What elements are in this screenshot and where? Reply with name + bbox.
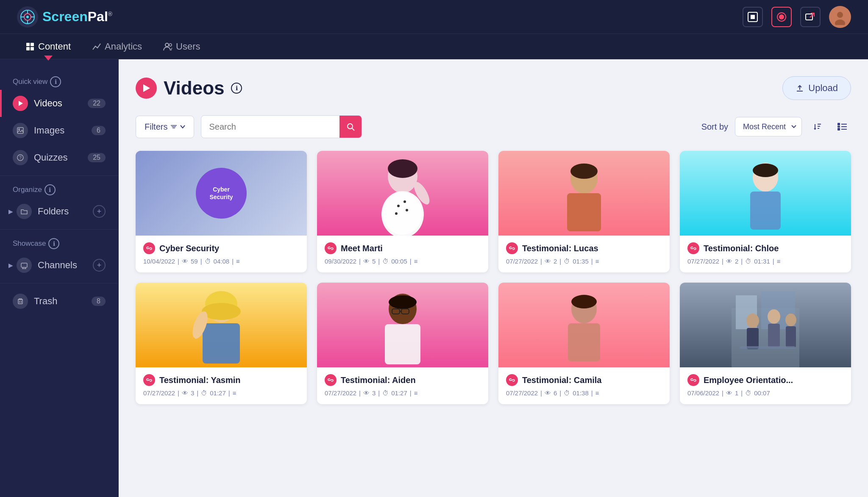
sidebar-channels-label: Channels [38,260,77,271]
sidebar-divider-1 [0,175,118,176]
sidebar-divider-3 [0,283,118,283]
video-meta-chloe: 07/27/2022 | 👁 2 | ⏱ 01:31 | ≡ [687,258,843,265]
svg-point-86 [746,314,759,328]
video-info-cyber-security: Cyber Security 10/04/2022 | 👁 59 | ⏱ 04:… [136,236,307,272]
video-duration-camila: 01:38 [573,389,589,397]
video-card-meet-marti[interactable]: Meet Marti 09/30/2022 | 👁 5 | ⏱ 00:05 | … [317,151,488,272]
secondary-navigation: Content Analytics Users [0,34,868,59]
views-icon-orientation: 👁 [726,389,732,397]
video-title-meet-marti: Meet Marti [341,244,383,253]
page-title-info-icon[interactable]: ℹ [231,83,242,94]
channels-chevron-icon: ▶ [8,262,13,269]
nav-analytics[interactable]: Analytics [83,38,150,56]
video-title-row-marti: Meet Marti [325,242,481,254]
video-link-icon-chloe [687,242,699,254]
menu-icon-yasmin: ≡ [233,389,236,397]
svg-point-2 [26,16,29,18]
quick-view-info-icon[interactable]: ℹ [50,76,61,87]
video-grid: Cyber Security Cyber Security [136,151,851,404]
duration-icon-aiden: ⏱ [382,389,389,397]
video-views-aiden: 3 [372,389,376,397]
channels-add-button[interactable]: + [93,259,106,272]
video-link-icon-marti [325,242,337,254]
video-views-marti: 5 [372,258,376,265]
nav-users-label: Users [176,41,200,52]
svg-rect-19 [31,47,34,50]
images-icon [13,123,28,138]
video-info-chloe: Testimonial: Chloe 07/27/2022 | 👁 2 | ⏱ … [680,236,851,272]
channels-toggle-group: ▶ Channels [8,258,77,273]
svg-rect-11 [806,14,812,20]
user-avatar[interactable] [829,6,851,28]
video-info-meet-marti: Meet Marti 09/30/2022 | 👁 5 | ⏱ 00:05 | … [317,236,488,272]
sidebar-images-label: Images [34,125,64,136]
svg-rect-16 [26,43,30,46]
svg-point-10 [779,14,784,19]
views-icon-camila: 👁 [545,389,551,397]
list-view-button[interactable] [833,118,851,136]
video-card-cyber-security[interactable]: Cyber Security Cyber Security [136,151,307,272]
video-date-camila: 07/27/2022 [506,389,538,397]
filters-bar: Filters [136,115,851,138]
sort-select[interactable]: Most Recent Oldest Name A-Z Name Z-A Mos… [735,117,802,136]
video-thumb-yasmin [136,283,307,367]
filters-left: Filters [136,115,362,138]
cyber-badge: Cyber Security [196,168,247,219]
svg-rect-71 [203,323,240,364]
upload-button[interactable]: Upload [782,76,851,100]
video-views: 59 [191,258,198,265]
logo[interactable]: ScreenPal® [17,6,112,28]
video-views-chloe: 2 [735,258,738,265]
video-thumb-orientation [680,283,851,367]
video-link-icon-yasmin [143,374,155,386]
nav-content[interactable]: Content [17,38,79,56]
folders-add-button[interactable]: + [93,205,106,218]
record-button[interactable] [771,7,792,27]
sidebar-quizzes-label: Quizzes [34,152,67,163]
video-card-testimonial-chloe[interactable]: Testimonial: Chloe 07/27/2022 | 👁 2 | ⏱ … [680,151,851,272]
svg-point-56 [397,205,400,207]
filters-button[interactable]: Filters [136,116,194,138]
video-meta-camila: 07/27/2022 | 👁 6 | ⏱ 01:38 | ≡ [506,389,662,397]
sidebar-item-videos[interactable]: Videos 22 [0,90,118,117]
sort-direction-button[interactable] [809,118,826,136]
sidebar-item-quizzes[interactable]: ? Quizzes 25 [0,144,118,171]
svg-point-74 [389,295,417,309]
video-info-lucas: Testimonial: Lucas 07/27/2022 | 👁 2 | ⏱ … [498,236,670,272]
video-card-testimonial-camila[interactable]: Testimonial: Camila 07/27/2022 | 👁 6 | ⏱… [498,283,670,404]
video-card-testimonial-yasmin[interactable]: Testimonial: Yasmin 07/27/2022 | 👁 3 | ⏱… [136,283,307,404]
trash-icon [13,294,28,309]
duration-icon-chloe: ⏱ [745,258,751,265]
video-date-lucas: 07/27/2022 [506,258,538,265]
search-input[interactable] [201,116,339,138]
sidebar-item-folders[interactable]: ▶ Folders + [0,198,118,225]
search-button[interactable] [339,116,362,138]
video-card-employee-orientation[interactable]: Employee Orientatio... 07/06/2022 | 👁 1 … [680,283,851,404]
nav-analytics-label: Analytics [105,41,142,52]
screen-capture-button[interactable] [743,7,763,27]
sidebar-item-channels[interactable]: ▶ Channels + [0,252,118,279]
video-card-testimonial-aiden[interactable]: Testimonial: Aiden 07/27/2022 | 👁 3 | ⏱ … [317,283,488,404]
sort-bar: Sort by Most Recent Oldest Name A-Z Name… [701,117,851,136]
video-meta-meet-marti: 09/30/2022 | 👁 5 | ⏱ 00:05 | ≡ [325,258,481,265]
sidebar-item-images[interactable]: Images 6 [0,117,118,144]
nav-users[interactable]: Users [155,38,209,56]
video-views-orientation: 1 [735,389,738,397]
svg-point-40 [348,124,353,129]
share-button[interactable] [800,7,821,27]
views-icon-chloe: 👁 [726,258,732,265]
showcase-info-icon[interactable]: ℹ [48,238,59,249]
video-card-testimonial-lucas[interactable]: Testimonial: Lucas 07/27/2022 | 👁 2 | ⏱ … [498,151,670,272]
video-title-orientation: Employee Orientatio... [704,375,793,385]
sidebar-item-trash[interactable]: Trash 8 [0,288,118,315]
video-thumb-meet-marti [317,151,488,236]
duration-icon-yasmin: ⏱ [201,389,207,397]
folders-chevron-icon: ▶ [8,208,13,215]
videos-icon [13,96,28,111]
organize-info-icon[interactable]: ℹ [45,184,56,195]
video-views-lucas: 2 [554,258,557,265]
svg-marker-34 [143,84,150,92]
video-duration-chloe: 01:31 [754,258,770,265]
video-link-icon-camila [506,374,518,386]
video-duration-orientation: 00:07 [754,389,770,397]
